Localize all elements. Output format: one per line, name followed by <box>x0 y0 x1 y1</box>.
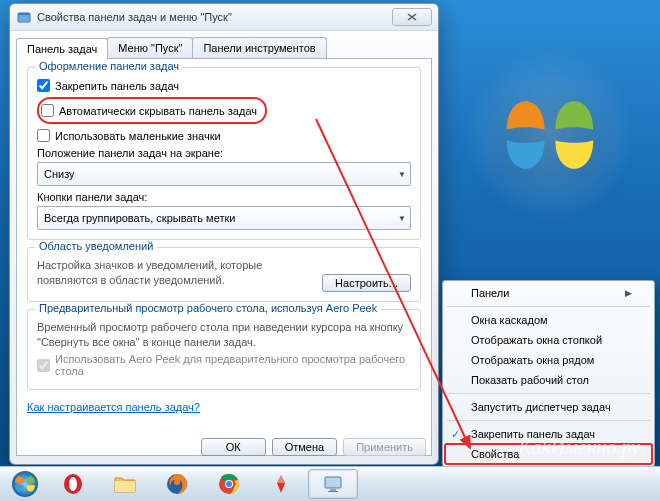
chrome-icon <box>218 473 240 495</box>
menu-label: Окна каскадом <box>471 314 548 326</box>
windows-start-icon <box>11 470 39 498</box>
checkbox-lock-taskbar[interactable]: Закрепить панель задач <box>37 79 411 92</box>
firefox-icon <box>166 473 188 495</box>
group-title: Область уведомлений <box>35 240 157 252</box>
menu-panels[interactable]: Панели ▶ <box>445 283 652 303</box>
group-appearance: Оформление панели задач Закрепить панель… <box>27 67 421 240</box>
buttons-label: Кнопки панели задач: <box>37 191 411 203</box>
ok-button[interactable]: ОК <box>201 438 266 456</box>
checkbox-input[interactable] <box>37 129 50 142</box>
svg-point-10 <box>226 481 232 487</box>
checkbox-small-icons[interactable]: Использовать маленькие значки <box>37 129 411 142</box>
folder-icon <box>114 474 136 494</box>
select-value: Всегда группировать, скрывать метки <box>44 212 235 224</box>
menu-separator <box>447 393 650 394</box>
titlebar[interactable]: Свойства панели задач и меню "Пуск" <box>10 4 438 31</box>
chevron-right-icon: ▶ <box>625 288 632 298</box>
checkbox-autohide[interactable]: Автоматически скрывать панель задач <box>41 104 257 117</box>
menu-show-desktop[interactable]: Показать рабочий стол <box>445 370 652 390</box>
checkbox-label: Автоматически скрывать панель задач <box>59 105 257 117</box>
menu-separator <box>447 420 650 421</box>
menu-task-manager[interactable]: Запустить диспетчер задач <box>445 397 652 417</box>
menu-label: Отображать окна рядом <box>471 354 594 366</box>
select-position[interactable]: Снизу ▼ <box>37 162 411 186</box>
svg-rect-13 <box>328 491 338 492</box>
window-icon <box>16 9 32 25</box>
checkbox-aero-peek: Использовать Aero Peek для предварительн… <box>37 353 411 377</box>
menu-label: Запустить диспетчер задач <box>471 401 611 413</box>
group-notification: Область уведомлений Настройка значков и … <box>27 247 421 302</box>
checkbox-input[interactable] <box>41 104 54 117</box>
group-aero-peek: Предварительный просмотр рабочего стола,… <box>27 309 421 391</box>
checkbox-input[interactable] <box>37 79 50 92</box>
tab-panel: Оформление панели задач Закрепить панель… <box>16 58 432 456</box>
close-button[interactable] <box>392 8 432 26</box>
menu-side[interactable]: Отображать окна рядом <box>445 350 652 370</box>
cancel-button[interactable]: Отмена <box>272 438 337 456</box>
group-title: Предварительный просмотр рабочего стола,… <box>35 302 381 314</box>
taskbar-app-opera[interactable] <box>48 469 98 499</box>
dialog-buttons: ОК Отмена Применить <box>201 438 426 456</box>
menu-label: Показать рабочий стол <box>471 374 589 386</box>
taskbar-app-explorer[interactable] <box>100 469 150 499</box>
window-title: Свойства панели задач и меню "Пуск" <box>37 11 392 23</box>
group-title: Оформление панели задач <box>35 60 183 72</box>
svg-point-5 <box>69 477 77 491</box>
windows-logo <box>460 45 640 225</box>
checkbox-label: Использовать Aero Peek для предварительн… <box>55 353 411 377</box>
menu-cascade[interactable]: Окна каскадом <box>445 310 652 330</box>
svg-rect-6 <box>115 481 135 492</box>
taskbar-app-properties[interactable] <box>308 469 358 499</box>
taskbar[interactable] <box>0 466 660 501</box>
tab-taskbar[interactable]: Панель задач <box>16 38 108 59</box>
taskbar-app-yandex[interactable] <box>256 469 306 499</box>
notify-desc: Настройка значков и уведомлений, которые… <box>37 258 314 288</box>
yandex-icon <box>270 473 292 495</box>
chevron-down-icon: ▼ <box>398 214 406 223</box>
checkbox-label: Использовать маленькие значки <box>55 130 221 142</box>
monitor-icon <box>323 474 343 494</box>
customize-button[interactable]: Настроить... <box>322 274 411 292</box>
apply-button: Применить <box>343 438 426 456</box>
menu-label: Отображать окна стопкой <box>471 334 602 346</box>
tabstrip: Панель задач Меню "Пуск" Панели инструме… <box>10 31 438 58</box>
select-value: Снизу <box>44 168 75 180</box>
checkbox-input <box>37 359 50 372</box>
check-icon: ✓ <box>451 428 460 441</box>
menu-separator <box>447 306 650 307</box>
svg-rect-12 <box>330 489 336 491</box>
peek-desc: Временный просмотр рабочего стола при на… <box>37 320 411 350</box>
svg-rect-1 <box>18 13 30 15</box>
menu-label: Свойства <box>471 448 519 460</box>
tab-toolbars[interactable]: Панели инструментов <box>192 37 326 58</box>
start-button[interactable] <box>4 470 46 498</box>
highlight-autohide: Автоматически скрывать панель задач <box>37 97 267 124</box>
watermark: KakИменно.ру <box>518 436 640 459</box>
taskbar-app-firefox[interactable] <box>152 469 202 499</box>
taskbar-app-chrome[interactable] <box>204 469 254 499</box>
properties-dialog: Свойства панели задач и меню "Пуск" Пане… <box>9 3 439 465</box>
menu-stack[interactable]: Отображать окна стопкой <box>445 330 652 350</box>
select-buttons[interactable]: Всегда группировать, скрывать метки ▼ <box>37 206 411 230</box>
tab-start-menu[interactable]: Меню "Пуск" <box>107 37 193 58</box>
help-link[interactable]: Как настраивается панель задач? <box>27 401 200 413</box>
svg-rect-11 <box>325 477 341 488</box>
close-icon <box>407 13 417 21</box>
chevron-down-icon: ▼ <box>398 170 406 179</box>
svg-point-3 <box>12 471 38 497</box>
position-label: Положение панели задач на экране: <box>37 147 411 159</box>
checkbox-label: Закрепить панель задач <box>55 80 179 92</box>
opera-icon <box>62 473 84 495</box>
menu-label: Панели <box>471 287 509 299</box>
